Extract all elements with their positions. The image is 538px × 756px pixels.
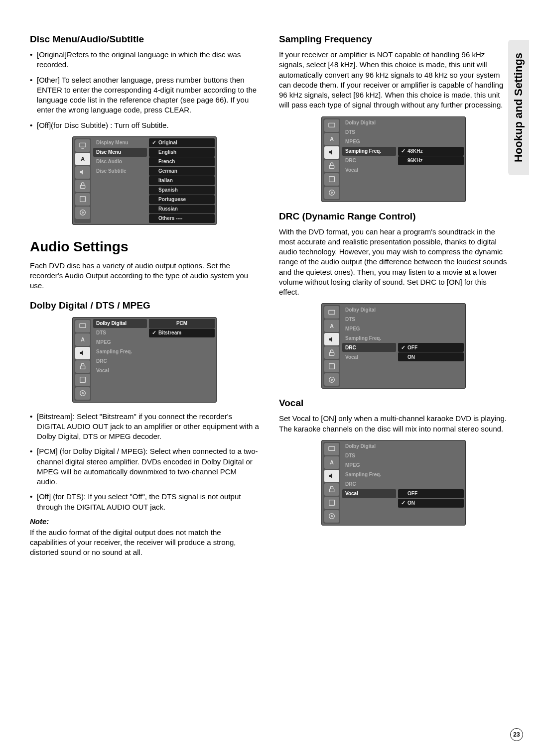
osd-option: ✓ON [398,499,464,508]
osd-mid-item: DRC [342,343,396,352]
svg-point-12 [82,393,84,394]
disc-rec-icon [324,173,339,186]
osd-mid-item: Vocal [342,489,396,498]
bullet: [Original]Refers to the original languag… [37,50,259,70]
osd-mid-column: Dolby Digital DTS MPEG Sampling Freq. DR… [342,442,396,524]
osd-mid-item: Vocal [342,166,396,175]
osd-spacer [398,333,464,342]
osd-option: ✓48KHz [398,147,464,156]
osd-language-menu: A Display Menu Disc Menu Disc Audio Disc… [72,136,217,225]
osd-spacer [398,324,464,333]
osd-mid-item: MPEG [342,324,396,333]
osd-icon-rail: A [74,138,91,223]
osd-mid-item: Sampling Freq. [93,347,147,356]
language-a-icon: A [75,333,90,346]
osd-right-column: ✓OFF ✓ON [398,442,464,524]
osd-option-header: PCM [149,319,215,328]
option-label: OFF [407,491,417,496]
osd-mid-item: DTS [342,128,396,137]
para-sampling: If your receiver or amplifier is NOT cap… [279,50,508,110]
option-label: ON [407,354,415,360]
osd-vocal-menu: A Dolby Digital DTS MPEG Sampling Freq. … [321,440,466,526]
osd-icon-rail: A [323,118,340,200]
osd-option: ✓Russian [149,205,215,214]
osd-mid-item: DTS [342,451,396,460]
osd-drc-menu: A Dolby Digital DTS MPEG Sampling Freq. … [321,303,466,389]
osd-mid-item: MPEG [93,338,147,347]
osd-spacer [398,137,464,146]
svg-point-23 [329,377,335,382]
osd-spacer [398,315,464,324]
svg-text:A: A [330,459,334,465]
bullet: [Bitstream]: Select "Bitstream" if you c… [37,412,259,442]
svg-rect-22 [329,363,335,369]
option-label: Italian [158,178,173,183]
osd-spacer [398,128,464,137]
osd-mid-item: Sampling Freq. [342,470,396,479]
svg-rect-28 [329,500,335,506]
svg-point-5 [80,210,86,216]
language-a-icon: A [324,133,339,145]
svg-rect-13 [329,123,335,127]
osd-option: ✓German [149,167,215,176]
osd-spacer [398,442,464,451]
svg-rect-25 [329,447,335,451]
lock-icon [324,483,339,496]
osd-spacer [398,480,464,489]
osd-option: ✓Italian [149,176,215,185]
tv-icon [324,119,339,132]
svg-rect-15 [329,165,334,168]
osd-mid-column: Display Menu Disc Menu Disc Audio Disc S… [93,138,147,223]
svg-rect-21 [329,352,334,355]
svg-point-29 [329,514,335,519]
osd-mid-item: Dolby Digital [342,442,396,451]
option-label: ON [407,500,415,506]
osd-mid-item: Sampling Freq. [342,147,396,156]
option-label: French [158,159,175,164]
osd-mid-item: Sampling Freq. [342,333,396,342]
osd-mid-item: Vocal [93,366,147,375]
dolby-bullets: [Bitstream]: Select "Bitstream" if you c… [30,412,259,512]
osd-mid-item: Disc Audio [93,157,147,166]
disc-rec-icon [75,374,90,386]
svg-rect-10 [80,377,86,383]
tv-icon [75,320,90,332]
tv-icon [324,306,339,319]
osd-mid-item: Display Menu [93,138,147,147]
svg-point-11 [80,391,86,396]
osd-mid-item: Disc Menu [93,148,147,157]
osd-sampling-menu: A Dolby Digital DTS MPEG Sampling Freq. … [321,116,466,202]
svg-point-24 [331,379,333,380]
note-label: Note: [30,517,259,526]
osd-mid-item: DRC [342,480,396,489]
lock-icon [324,346,339,359]
disc-icon [324,373,339,386]
osd-mid-column: Dolby Digital DTS MPEG Sampling Freq. DR… [93,319,147,401]
option-label: Spanish [158,187,178,193]
language-a-icon: A [324,456,339,469]
svg-point-17 [329,190,335,196]
svg-point-30 [331,516,333,517]
osd-mid-item: Dolby Digital [342,305,396,314]
svg-rect-19 [329,310,335,314]
osd-icon-rail: A [323,442,340,524]
osd-mid-column: Dolby Digital DTS MPEG Sampling Freq. DR… [342,118,396,200]
osd-dolby-menu: A Dolby Digital DTS MPEG Sampling Freq. … [72,317,217,403]
tv-icon [75,139,90,152]
svg-rect-9 [80,366,85,369]
disc-icon [75,207,90,219]
svg-text:A: A [330,323,334,329]
side-tab: Hookup and Settings [508,40,529,175]
option-label: 48KHz [407,148,423,154]
lock-icon [324,160,339,172]
osd-option: ✓Portuguese [149,195,215,204]
osd-option: ✓OFF [398,489,464,498]
osd-option: ✓English [149,148,215,157]
osd-option: ✓French [149,157,215,166]
osd-mid-item: MPEG [342,461,396,470]
osd-mid-item: DTS [93,328,147,337]
osd-spacer [398,461,464,470]
page-content: Disc Menu/Audio/Subtitle [Original]Refer… [0,0,538,583]
para-vocal: Set Vocal to [ON] only when a multi-chan… [279,414,508,434]
speaker-icon [324,470,339,482]
